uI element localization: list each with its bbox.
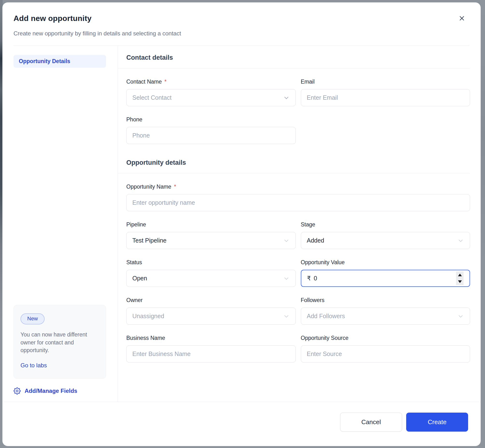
owner-field: Owner Unassigned bbox=[126, 297, 296, 325]
form-content: Contact details Contact Name * Select Co… bbox=[118, 46, 470, 402]
business-name-label: Business Name bbox=[126, 335, 296, 341]
spinner-up-icon[interactable] bbox=[458, 274, 462, 276]
contact-name-placeholder: Select Contact bbox=[132, 94, 172, 101]
opportunity-name-input[interactable] bbox=[126, 194, 470, 211]
modal-subtitle: Create new opportunity by filling in det… bbox=[14, 30, 467, 37]
stage-field: Stage Added bbox=[301, 221, 470, 249]
email-input[interactable] bbox=[301, 89, 470, 106]
modal-header: Add new opportunity Create new opportuni… bbox=[2, 2, 481, 37]
create-button[interactable]: Create bbox=[406, 413, 468, 432]
modal-body: Opportunity Details New You can now have… bbox=[2, 46, 481, 402]
modal-footer: Cancel Create bbox=[2, 402, 481, 446]
contact-details-heading: Contact details bbox=[126, 54, 470, 61]
phone-label: Phone bbox=[126, 116, 296, 123]
pipeline-select[interactable]: Test Pipeline bbox=[126, 232, 296, 249]
contact-name-label: Contact Name * bbox=[126, 79, 296, 85]
status-select[interactable]: Open bbox=[126, 270, 296, 287]
chevron-down-icon bbox=[457, 313, 464, 320]
business-name-field: Business Name bbox=[126, 335, 296, 362]
owner-select[interactable]: Unassigned bbox=[126, 308, 296, 325]
chevron-down-icon bbox=[283, 237, 290, 244]
opportunity-name-field: Opportunity Name * bbox=[126, 184, 470, 211]
followers-field: Followers Add Followers bbox=[301, 297, 470, 325]
modal-sidebar: Opportunity Details New You can now have… bbox=[14, 46, 118, 402]
opportunity-name-label: Opportunity Name * bbox=[126, 184, 470, 190]
opportunity-value-amount: 0 bbox=[314, 275, 317, 282]
contact-name-select[interactable]: Select Contact bbox=[126, 89, 296, 106]
opportunity-details-heading: Opportunity details bbox=[126, 159, 470, 167]
gear-icon bbox=[14, 387, 21, 394]
labs-promo-text: You can now have different owner for con… bbox=[20, 331, 99, 354]
pipeline-value: Test Pipeline bbox=[132, 237, 167, 244]
opportunity-value-label: Opportunity Value bbox=[301, 259, 470, 266]
followers-label: Followers bbox=[301, 297, 470, 304]
close-button[interactable] bbox=[457, 13, 467, 24]
spinner-down-icon[interactable] bbox=[458, 280, 462, 283]
rupee-currency-symbol: ₹ bbox=[307, 275, 311, 282]
email-field: Email bbox=[301, 79, 470, 106]
tab-opportunity-details[interactable]: Opportunity Details bbox=[14, 55, 106, 68]
stage-label: Stage bbox=[301, 221, 470, 228]
phone-field: Phone bbox=[126, 116, 296, 144]
followers-placeholder: Add Followers bbox=[307, 313, 345, 320]
status-label: Status bbox=[126, 259, 296, 266]
chevron-down-icon bbox=[283, 94, 290, 101]
status-value: Open bbox=[132, 275, 147, 282]
business-name-input[interactable] bbox=[126, 345, 296, 362]
add-manage-fields-button[interactable]: Add/Manage Fields bbox=[14, 387, 106, 394]
stage-select[interactable]: Added bbox=[301, 232, 470, 249]
required-asterisk: * bbox=[164, 79, 167, 85]
opportunity-source-label: Opportunity Source bbox=[301, 335, 470, 341]
pipeline-field: Pipeline Test Pipeline bbox=[126, 221, 296, 249]
contact-name-field: Contact Name * Select Contact bbox=[126, 79, 296, 106]
opportunity-section-divider bbox=[118, 173, 470, 173]
contact-section-divider bbox=[118, 68, 470, 68]
opportunity-source-input[interactable] bbox=[301, 345, 470, 362]
chevron-down-icon bbox=[283, 275, 290, 282]
opportunity-value-input[interactable]: ₹ 0 bbox=[301, 270, 470, 287]
close-icon bbox=[458, 15, 466, 22]
stage-value: Added bbox=[307, 237, 324, 244]
go-to-labs-link[interactable]: Go to labs bbox=[20, 362, 47, 369]
number-spinner[interactable] bbox=[456, 272, 464, 285]
pipeline-label: Pipeline bbox=[126, 221, 296, 228]
modal-title: Add new opportunity bbox=[14, 14, 467, 23]
opportunity-value-field: Opportunity Value ₹ 0 bbox=[301, 259, 470, 287]
followers-select[interactable]: Add Followers bbox=[301, 308, 470, 325]
background-page-right-sliver bbox=[480, 0, 485, 448]
cancel-button[interactable]: Cancel bbox=[340, 413, 402, 432]
status-field: Status Open bbox=[126, 259, 296, 287]
required-asterisk: * bbox=[174, 184, 176, 190]
new-badge: New bbox=[20, 313, 45, 324]
chevron-down-icon bbox=[283, 313, 290, 320]
labs-promo-card: New You can now have different owner for… bbox=[14, 305, 106, 379]
owner-placeholder: Unassigned bbox=[132, 313, 164, 320]
phone-input[interactable] bbox=[126, 127, 296, 144]
sidebar-spacer bbox=[14, 68, 106, 305]
opportunity-source-field: Opportunity Source bbox=[301, 335, 470, 362]
chevron-down-icon bbox=[457, 237, 464, 244]
add-opportunity-modal: Add new opportunity Create new opportuni… bbox=[2, 2, 481, 446]
owner-label: Owner bbox=[126, 297, 296, 304]
email-label: Email bbox=[301, 79, 470, 85]
add-manage-fields-label: Add/Manage Fields bbox=[25, 388, 77, 394]
